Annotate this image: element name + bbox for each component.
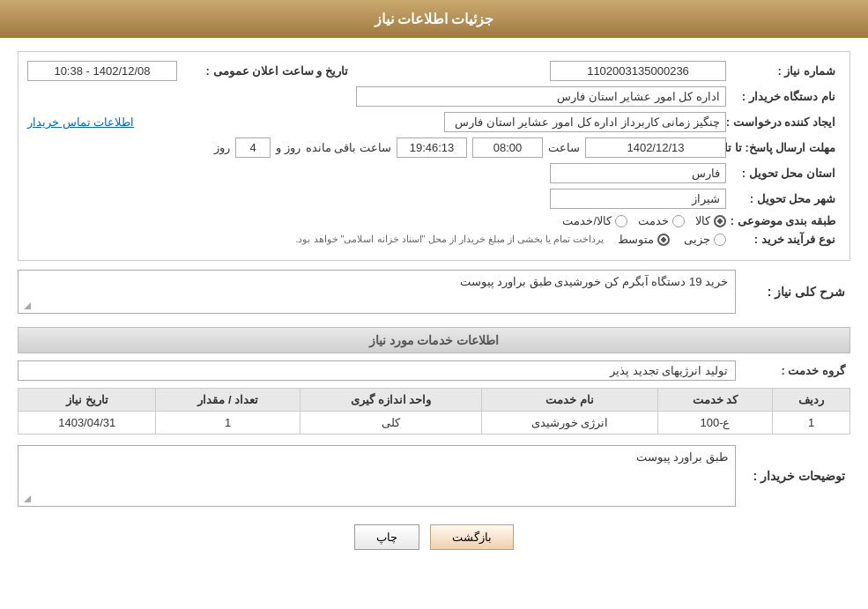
announce-date-field: 1402/12/08 - 10:38: [27, 61, 177, 81]
category-service-label: خدمت: [638, 214, 669, 227]
need-number-row: شماره نیاز : 1102003135000236 تاریخ و سا…: [27, 61, 841, 81]
deadline-time-label: ساعت: [548, 141, 580, 154]
buyer-org-label: نام دستگاه خریدار :: [726, 90, 841, 103]
page-header: جزئیات اطلاعات نیاز: [0, 0, 868, 38]
cell-name: انرژی خورشیدی: [482, 412, 657, 434]
col-header-row: ردیف: [773, 389, 850, 412]
process-medium-label: متوسط: [618, 233, 654, 246]
city-label: شهر محل تحویل :: [726, 192, 841, 205]
province-value: فارس: [27, 163, 726, 183]
category-both-label: کالا/خدمت: [562, 214, 612, 227]
radio-service-icon: [672, 215, 685, 227]
need-number-value: 1102003135000236: [353, 61, 726, 81]
cell-date: 1403/04/31: [19, 412, 156, 434]
col-header-date: تاریخ نیاز: [19, 389, 156, 412]
need-number-label: شماره نیاز :: [726, 64, 841, 78]
services-table: ردیف کد خدمت نام خدمت واحد اندازه گیری ت…: [18, 388, 850, 434]
description-label: شرح کلی نیاز :: [736, 285, 850, 299]
remaining-days-field: 4: [235, 137, 271, 158]
col-header-name: نام خدمت: [482, 389, 657, 412]
cell-code: ع-100: [657, 412, 773, 434]
radio-both-icon: [615, 215, 627, 227]
remaining-time-field: 19:46:13: [397, 137, 467, 158]
buyer-desc-value: طبق براورد پیوست: [18, 445, 736, 507]
process-type-options: جزیی متوسط پرداخت تمام یا بخشی از مبلغ خ…: [27, 233, 726, 246]
remaining-label: روز و: [276, 141, 300, 154]
buyer-desc-text: طبق براورد پیوست: [636, 450, 728, 464]
radio-goods-icon: [714, 215, 726, 227]
process-partial-label: جزیی: [684, 233, 710, 246]
category-option-service[interactable]: خدمت: [638, 214, 685, 227]
description-text: خرید 19 دستگاه آبگرم کن خورشیدی طبق براو…: [460, 275, 728, 288]
deadline-label: مهلت ارسال پاسخ: تا تاریخ :: [726, 141, 841, 154]
announce-date-value: 1402/12/08 - 10:38: [27, 61, 177, 81]
services-section-title: اطلاعات خدمات مورد نیاز: [18, 327, 850, 353]
process-note: پرداخت تمام یا بخشی از مبلغ خریدار از مح…: [295, 234, 604, 245]
city-row: شهر محل تحویل : شیراز: [27, 189, 841, 209]
radio-partial-icon: [714, 234, 726, 246]
category-option-both[interactable]: کالا/خدمت: [562, 214, 627, 227]
col-header-unit: واحد اندازه گیری: [300, 389, 482, 412]
creator-label: ایجاد کننده درخواست :: [726, 115, 841, 129]
deadline-value: 1402/12/13 ساعت 08:00 19:46:13 ساعت باقی…: [27, 137, 726, 158]
col-header-qty: تعداد / مقدار: [156, 389, 300, 412]
creator-row: ایجاد کننده درخواست : چنگیز زمانی کاربرد…: [27, 112, 841, 132]
process-type-row: نوع فرآیند خرید : جزیی متوسط پرداخت تمام…: [27, 233, 841, 246]
category-label: طبقه بندی موضوعی :: [726, 214, 841, 227]
deadline-row: مهلت ارسال پاسخ: تا تاریخ : 1402/12/13 س…: [27, 137, 841, 158]
province-row: استان محل تحویل : فارس: [27, 163, 841, 183]
process-option-medium[interactable]: متوسط: [618, 233, 670, 246]
radio-medium-icon: [657, 234, 670, 246]
creator-field: چنگیز زمانی کاربرداز اداره کل امور عشایر…: [444, 112, 726, 132]
main-info-section: شماره نیاز : 1102003135000236 تاریخ و سا…: [18, 51, 850, 261]
table-row: 1ع-100انرژی خورشیدیکلی11403/04/31: [19, 412, 850, 434]
remaining-time-label: ساعت باقی مانده: [306, 141, 391, 154]
city-value: شیراز: [27, 189, 726, 209]
page-title: جزئیات اطلاعات نیاز: [375, 11, 494, 26]
buyer-org-row: نام دستگاه خریدار : اداره کل امور عشایر …: [27, 86, 841, 107]
city-field: شیراز: [550, 189, 726, 209]
creator-value: چنگیز زمانی کاربرداز اداره کل امور عشایر…: [143, 112, 726, 132]
service-group-row: گروه خدمت : تولید انرژیهای تجدید پذیر: [18, 360, 850, 381]
print-button[interactable]: چاپ: [354, 524, 419, 550]
description-section: شرح کلی نیاز : خرید 19 دستگاه آبگرم کن خ…: [18, 270, 850, 314]
category-value: کالا خدمت کالا/خدمت: [27, 214, 726, 227]
need-number-field: 1102003135000236: [550, 61, 726, 81]
page-wrapper: جزئیات اطلاعات نیاز شماره نیاز : 1102003…: [0, 0, 868, 609]
category-goods-label: کالا: [695, 214, 710, 227]
announce-date-label: تاریخ و ساعت اعلان عمومی :: [177, 64, 353, 78]
category-option-goods[interactable]: کالا: [695, 214, 726, 227]
back-button[interactable]: بازگشت: [430, 524, 514, 550]
buyer-desc-section: توضیحات خریدار : طبق براورد پیوست: [18, 445, 850, 507]
description-value: خرید 19 دستگاه آبگرم کن خورشیدی طبق براو…: [18, 270, 736, 314]
cell-row: 1: [773, 412, 850, 434]
process-value: جزیی متوسط پرداخت تمام یا بخشی از مبلغ خ…: [27, 233, 726, 246]
content-area: شماره نیاز : 1102003135000236 تاریخ و سا…: [0, 38, 868, 576]
days-label: روز: [214, 141, 230, 154]
process-label: نوع فرآیند خرید :: [726, 233, 841, 246]
process-option-partial[interactable]: جزیی: [684, 233, 726, 246]
table-header-row: ردیف کد خدمت نام خدمت واحد اندازه گیری ت…: [19, 389, 850, 412]
bottom-buttons: بازگشت چاپ: [18, 524, 850, 550]
col-header-code: کد خدمت: [657, 389, 773, 412]
province-field: فارس: [550, 163, 726, 183]
cell-unit: کلی: [300, 412, 482, 434]
buyer-org-value: اداره کل امور عشایر استان فارس: [27, 86, 726, 107]
deadline-time-field: 08:00: [472, 137, 543, 158]
category-radio-group: کالا خدمت کالا/خدمت: [27, 214, 726, 227]
cell-quantity: 1: [156, 412, 300, 434]
buyer-org-field: اداره کل امور عشایر استان فارس: [356, 86, 726, 107]
deadline-date-field: 1402/12/13: [585, 137, 726, 158]
buyer-desc-box: طبق براورد پیوست: [18, 445, 736, 507]
service-group-label: گروه خدمت :: [736, 364, 850, 377]
category-row: طبقه بندی موضوعی : کالا خدمت: [27, 214, 841, 227]
service-group-value: تولید انرژیهای تجدید پذیر: [18, 360, 736, 381]
description-box: خرید 19 دستگاه آبگرم کن خورشیدی طبق براو…: [18, 270, 736, 314]
contact-link[interactable]: اطلاعات تماس خریدار: [27, 115, 134, 129]
province-label: استان محل تحویل :: [726, 167, 841, 180]
service-group-field: تولید انرژیهای تجدید پذیر: [18, 360, 736, 381]
deadline-fields: 1402/12/13 ساعت 08:00 19:46:13 ساعت باقی…: [27, 137, 726, 158]
buyer-desc-label: توضیحات خریدار :: [736, 469, 850, 483]
